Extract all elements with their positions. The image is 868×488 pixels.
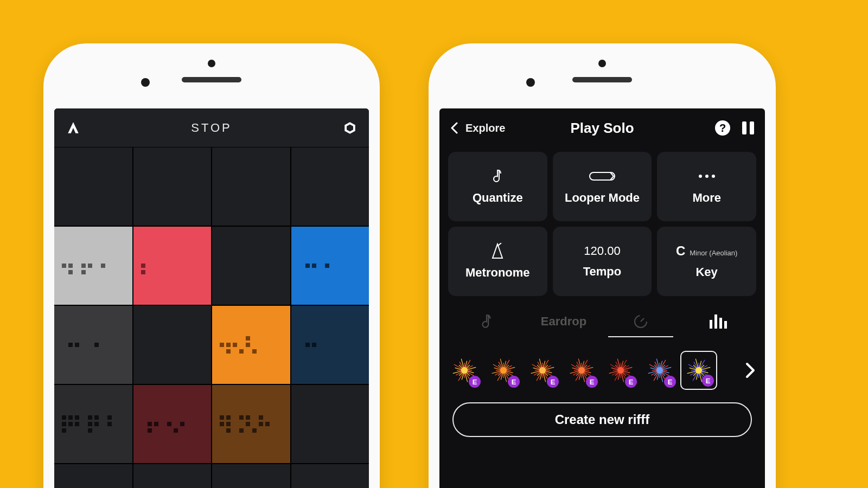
preset-badge: E <box>625 376 637 388</box>
front-camera <box>526 78 535 87</box>
looper-mode-tile[interactable]: Looper Mode <box>553 152 652 221</box>
svg-point-159 <box>656 367 663 374</box>
tab-eardrop[interactable]: Eardrop <box>525 306 602 337</box>
phone-bezel-top <box>429 43 776 108</box>
preset-5[interactable]: E <box>641 351 678 390</box>
pad-16[interactable] <box>54 464 132 488</box>
pad-9[interactable] <box>133 306 212 384</box>
pad-19[interactable] <box>291 464 369 488</box>
right-screen: Explore Play Solo ? Quantize Looper Mode <box>439 108 765 488</box>
preset-0[interactable]: E <box>446 351 483 390</box>
key-note: C <box>676 243 685 259</box>
preset-6[interactable]: E <box>680 351 717 390</box>
pad-11[interactable] <box>291 306 369 384</box>
tab-eardrop-label: Eardrop <box>541 314 586 329</box>
phone-bezel-top <box>43 43 380 108</box>
loop-icon <box>589 168 616 184</box>
settings-hex-icon[interactable] <box>343 121 357 135</box>
tile-label: Tempo <box>583 265 621 279</box>
back-label[interactable]: Explore <box>465 122 505 134</box>
tab-knob[interactable] <box>602 306 679 337</box>
svg-point-59 <box>500 367 507 374</box>
control-tiles: Quantize Looper Mode More Metronome 120.… <box>439 147 765 303</box>
tile-label: Key <box>695 265 717 279</box>
pad-13[interactable] <box>133 385 212 463</box>
pad-7[interactable] <box>291 227 369 305</box>
pad-12[interactable] <box>54 385 132 463</box>
preset-badge: E <box>469 376 481 388</box>
pad-4[interactable] <box>54 227 132 305</box>
eq-bars-icon <box>709 313 727 330</box>
key-mode: Minor (Aeolian) <box>690 249 737 257</box>
svg-point-84 <box>539 367 546 374</box>
tab-note[interactable] <box>448 306 525 337</box>
pad-6[interactable] <box>212 227 290 305</box>
preset-badge: E <box>664 376 676 388</box>
sensor-dot <box>598 60 606 67</box>
earpiece-speaker <box>182 77 241 82</box>
screen-title: Play Solo <box>570 120 634 137</box>
help-icon[interactable]: ? <box>715 120 730 136</box>
back-chevron-icon[interactable] <box>450 122 458 134</box>
svg-point-34 <box>461 367 468 374</box>
tab-eq[interactable] <box>679 306 756 337</box>
pad-grid <box>54 147 369 488</box>
pad-3[interactable] <box>291 147 369 226</box>
pad-18[interactable] <box>212 464 290 488</box>
preset-1[interactable]: E <box>485 351 522 390</box>
pad-2[interactable] <box>212 147 290 226</box>
more-dots-icon <box>699 168 715 184</box>
pad-14[interactable] <box>212 385 290 463</box>
svg-point-134 <box>617 367 624 374</box>
presets-next-arrow[interactable] <box>742 362 758 378</box>
metronome-tile[interactable]: Metronome <box>448 227 547 296</box>
knob-icon <box>633 313 649 330</box>
note-icon <box>481 313 493 330</box>
svg-rect-7 <box>714 314 717 329</box>
tile-label: Metronome <box>465 266 530 280</box>
earpiece-speaker <box>572 77 632 82</box>
svg-rect-8 <box>719 318 722 329</box>
tile-label: Looper Mode <box>565 191 640 205</box>
preset-badge: E <box>547 376 559 388</box>
preset-4[interactable]: E <box>602 351 639 390</box>
pause-icon[interactable] <box>742 121 754 134</box>
pad-17[interactable] <box>133 464 212 488</box>
left-header-bar: STOP <box>54 108 369 147</box>
tempo-tile[interactable]: 120.00 Tempo <box>553 227 652 296</box>
svg-rect-6 <box>710 320 712 329</box>
svg-line-5 <box>641 318 644 322</box>
pad-1[interactable] <box>133 147 212 226</box>
phone-mockup-left: STOP <box>43 43 380 488</box>
quantize-tile[interactable]: Quantize <box>448 152 547 221</box>
tab-bar: Eardrop <box>439 303 765 341</box>
pad-8[interactable] <box>54 306 132 384</box>
preset-badge: E <box>702 375 714 387</box>
sensor-dot <box>208 60 215 67</box>
front-camera <box>141 78 150 87</box>
pad-15[interactable] <box>291 385 369 463</box>
app-logo-icon[interactable] <box>66 121 80 135</box>
pad-5[interactable] <box>133 227 212 305</box>
key-tile[interactable]: C Minor (Aeolian) Key <box>657 227 756 296</box>
left-screen: STOP <box>54 108 369 488</box>
preset-2[interactable]: E <box>524 351 561 390</box>
preset-badge: E <box>586 376 598 388</box>
tile-label: Quantize <box>473 191 523 205</box>
presets-row: EEEEEEE <box>439 341 765 400</box>
svg-point-184 <box>695 367 702 374</box>
create-rifff-button[interactable]: Create new rifff <box>452 402 752 437</box>
preset-3[interactable]: E <box>563 351 600 390</box>
svg-rect-9 <box>724 321 727 329</box>
pad-0[interactable] <box>54 147 132 226</box>
transport-status[interactable]: STOP <box>191 121 232 135</box>
preset-badge: E <box>508 376 520 388</box>
right-header-bar: Explore Play Solo ? <box>439 108 765 147</box>
phone-mockup-right: Explore Play Solo ? Quantize Looper Mode <box>429 43 776 488</box>
create-rifff-label: Create new rifff <box>555 412 650 427</box>
more-tile[interactable]: More <box>657 152 756 221</box>
metronome-icon <box>490 243 505 259</box>
tile-label: More <box>692 191 721 205</box>
svg-point-109 <box>578 367 585 374</box>
pad-10[interactable] <box>212 306 290 384</box>
